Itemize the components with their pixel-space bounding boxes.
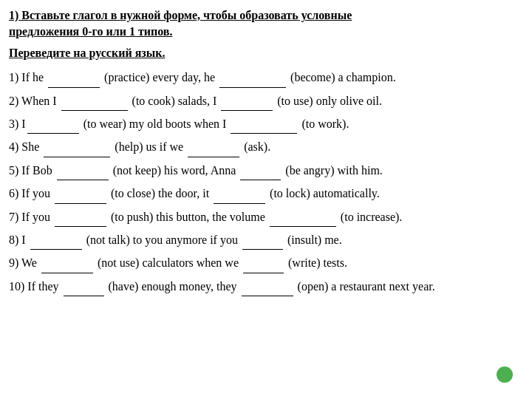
blank-10-2[interactable] xyxy=(242,276,293,296)
exercise-item-3: 3) I (to wear) my old boots when I (to w… xyxy=(9,114,523,134)
blank-3-1[interactable] xyxy=(27,114,79,134)
exercise-list: 1) If he (practice) every day, he (becom… xyxy=(9,67,523,296)
blank-6-2[interactable] xyxy=(214,183,265,203)
exercise-item-5: 5) If Bob (not keep) his word, Anna (be … xyxy=(9,160,523,180)
exercise-item-1: 1) If he (practice) every day, he (becom… xyxy=(9,67,523,87)
blank-6-1[interactable] xyxy=(55,183,106,203)
blank-4-1[interactable] xyxy=(44,137,110,157)
exercise-item-4: 4) She (help) us if we (ask). xyxy=(9,137,523,157)
blank-8-2[interactable] xyxy=(242,230,283,250)
blank-2-2[interactable] xyxy=(221,91,273,111)
blank-4-2[interactable] xyxy=(188,137,239,157)
subtitle: Переведите на русский язык. xyxy=(9,45,523,61)
blank-2-1[interactable] xyxy=(61,91,128,111)
blank-7-2[interactable] xyxy=(270,207,336,227)
blank-3-2[interactable] xyxy=(231,114,297,134)
blank-1-1[interactable] xyxy=(48,67,100,87)
blank-5-2[interactable] xyxy=(240,160,281,180)
title-line1: 1) Вставьте глагол в нужной форме, чтобы… xyxy=(9,7,523,41)
exercise-item-2: 2) When I (to cook) salads, I (to use) o… xyxy=(9,91,523,111)
blank-10-1[interactable] xyxy=(64,276,104,296)
green-circle-indicator xyxy=(497,366,513,383)
blank-8-1[interactable] xyxy=(30,230,82,250)
page-wrapper: 1) Вставьте глагол в нужной форме, чтобы… xyxy=(9,7,523,392)
exercise-item-9: 9) We (not use) calculators when we (wri… xyxy=(9,253,523,273)
exercise-item-6: 6) If you (to close) the door, it (to lo… xyxy=(9,183,523,203)
blank-1-2[interactable] xyxy=(219,67,286,87)
blank-9-1[interactable] xyxy=(41,253,93,273)
exercise-item-7: 7) If you (to push) this button, the vol… xyxy=(9,207,523,227)
exercise-item-10: 10) If they (have) enough money, they (o… xyxy=(9,276,523,296)
blank-9-2[interactable] xyxy=(243,253,284,273)
exercise-item-8: 8) I (not talk) to you anymore if you (i… xyxy=(9,230,523,250)
blank-5-1[interactable] xyxy=(57,160,109,180)
blank-7-1[interactable] xyxy=(55,207,106,227)
